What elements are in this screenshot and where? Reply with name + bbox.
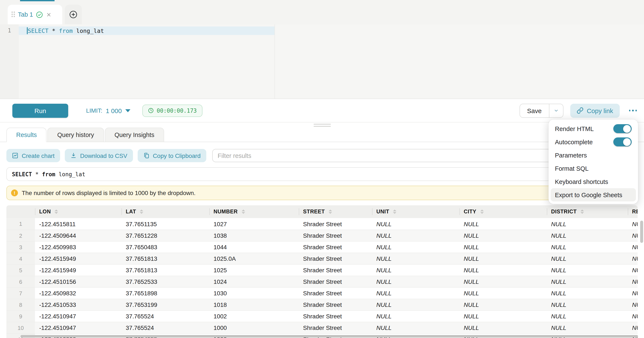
panel-resize-handle[interactable] bbox=[0, 122, 644, 128]
cell: 37.7653199 bbox=[122, 299, 209, 310]
cell: -122.4515811 bbox=[35, 218, 122, 230]
sort-arrows-icon[interactable] bbox=[480, 210, 484, 214]
cell: -122.4510156 bbox=[35, 276, 122, 287]
table-row[interactable]: 10-122.451094737.7655241000Shrader Stree… bbox=[6, 322, 638, 333]
code-token: long_lat bbox=[73, 27, 104, 34]
column-header-lon[interactable]: LON bbox=[35, 205, 122, 218]
cell: NULL bbox=[628, 299, 638, 310]
cell: 37.7651898 bbox=[122, 288, 209, 299]
cell: NULL bbox=[628, 230, 638, 241]
column-header-street[interactable]: STREET bbox=[299, 205, 372, 218]
cell: 1025.0A bbox=[209, 253, 299, 264]
cell: Shrader Street bbox=[299, 218, 372, 230]
sort-arrows-icon[interactable] bbox=[140, 210, 144, 214]
cell: NULL bbox=[460, 288, 547, 299]
cell: NULL bbox=[372, 276, 460, 287]
toggle-switch[interactable] bbox=[613, 137, 632, 146]
chart-icon bbox=[12, 152, 18, 159]
menu-item-parameters[interactable]: Parameters bbox=[551, 148, 636, 162]
download-csv-button[interactable]: Download to CSV bbox=[65, 149, 133, 162]
column-header-re[interactable]: RE bbox=[628, 205, 638, 218]
create-chart-button[interactable]: Create chart bbox=[6, 149, 60, 162]
copy-link-button[interactable]: Copy link bbox=[570, 103, 620, 118]
cell: 37.7652533 bbox=[122, 276, 209, 287]
table-row[interactable]: 4-122.451594937.76518131025.0AShrader St… bbox=[6, 253, 638, 264]
cell: NULL bbox=[460, 230, 547, 241]
sql-query-app: Tab 1 1 SELECT * from long_lat Run LI bbox=[0, 0, 644, 338]
table-row[interactable]: 1-122.451581137.76511351027Shrader Stree… bbox=[6, 218, 638, 230]
sort-arrows-icon[interactable] bbox=[328, 210, 332, 214]
tab-query-history[interactable]: Query history bbox=[48, 128, 104, 142]
query-token: * bbox=[32, 171, 42, 177]
cell: Shrader Street bbox=[299, 276, 372, 287]
limit-dropdown[interactable]: LIMIT: 1 000 bbox=[86, 107, 130, 114]
line-number: 1 bbox=[0, 27, 19, 35]
cell: 1025 bbox=[209, 265, 299, 276]
table-row[interactable]: 2-122.450964437.76512281038Shrader Stree… bbox=[6, 230, 638, 241]
sort-arrows-icon[interactable] bbox=[393, 210, 396, 214]
clock-icon bbox=[148, 108, 154, 113]
active-code-line[interactable]: SELECT * from long_lat bbox=[19, 27, 274, 35]
table-row[interactable]: 8-122.451053337.76531991018Shrader Stree… bbox=[6, 299, 638, 310]
row-number: 2 bbox=[6, 230, 35, 241]
column-divider bbox=[372, 208, 372, 215]
row-number: 9 bbox=[6, 311, 35, 322]
column-header-lat[interactable]: LAT bbox=[122, 205, 209, 218]
cell: NULL bbox=[547, 288, 628, 299]
cell: NULL bbox=[547, 322, 628, 333]
menu-item-autocomplete[interactable]: Autocomplete bbox=[551, 135, 636, 148]
cell: 37.765524 bbox=[122, 322, 209, 333]
vertical-scrollbar[interactable] bbox=[640, 221, 643, 243]
run-button[interactable]: Run bbox=[12, 103, 68, 118]
sort-arrows-icon[interactable] bbox=[242, 210, 245, 214]
table-row[interactable]: 7-122.450983237.76518981030Shrader Stree… bbox=[6, 287, 638, 299]
cell: NULL bbox=[372, 299, 460, 310]
cell: NULL bbox=[372, 288, 460, 299]
cell: 1024 bbox=[209, 276, 299, 287]
results-section: ResultsQuery historyQuery Insights Creat… bbox=[0, 122, 644, 338]
table-row[interactable]: 6-122.451015637.76525331024Shrader Stree… bbox=[6, 276, 638, 287]
sort-arrows-icon[interactable] bbox=[580, 210, 584, 214]
save-button[interactable]: Save bbox=[520, 104, 549, 117]
chevron-down-icon bbox=[125, 109, 130, 112]
results-toolbar: Create chart Download to CSV Copy to Cli… bbox=[6, 149, 638, 162]
menu-item-export-to-google-sheets[interactable]: Export to Google Sheets bbox=[551, 188, 636, 202]
cell: Shrader Street bbox=[299, 322, 372, 333]
tab-query-1[interactable]: Tab 1 bbox=[8, 5, 62, 24]
save-options-button[interactable] bbox=[550, 104, 563, 117]
tab-drag-handle-icon[interactable] bbox=[12, 12, 15, 18]
column-header-number[interactable]: NUMBER bbox=[209, 205, 299, 218]
column-header-district[interactable]: DISTRICT bbox=[547, 205, 628, 218]
new-tab-button[interactable] bbox=[65, 5, 82, 24]
menu-item-format-sql[interactable]: Format SQL bbox=[551, 162, 636, 175]
table-row[interactable]: 9-122.451094737.7655241002Shrader Street… bbox=[6, 310, 638, 322]
sort-arrows-icon[interactable] bbox=[55, 210, 58, 214]
sql-editor[interactable]: 1 SELECT * from long_lat bbox=[0, 24, 644, 99]
column-divider bbox=[299, 208, 299, 215]
toggle-knob bbox=[623, 125, 631, 132]
query-duration-badge: 00:00:00.173 bbox=[142, 104, 202, 117]
close-tab-icon[interactable] bbox=[46, 12, 52, 17]
results-table: LONLATNUMBERSTREETUNITCITYDISTRICTRE 1-1… bbox=[6, 205, 638, 338]
tab-query-insights[interactable]: Query Insights bbox=[105, 128, 164, 142]
table-row[interactable]: 3-122.450998337.76504831044Shrader Stree… bbox=[6, 241, 638, 253]
cell: -122.4510947 bbox=[35, 322, 122, 333]
column-header-unit[interactable]: UNIT bbox=[372, 205, 460, 218]
table-row[interactable]: 5-122.451594937.76518131025Shrader Stree… bbox=[6, 264, 638, 276]
more-options-button[interactable] bbox=[628, 107, 638, 114]
menu-item-label: Autocomplete bbox=[555, 138, 593, 145]
column-header-city[interactable]: CITY bbox=[460, 205, 547, 218]
cell: Shrader Street bbox=[299, 242, 372, 253]
cell: 1002 bbox=[209, 311, 299, 322]
copy-clipboard-button[interactable]: Copy to Clipboard bbox=[138, 149, 206, 162]
save-split-button: Save bbox=[519, 103, 563, 118]
horizontal-scrollbar[interactable] bbox=[20, 335, 638, 337]
editor-pane-divider bbox=[274, 24, 275, 99]
menu-item-keyboard-shortcuts[interactable]: Keyboard shortcuts bbox=[551, 175, 636, 188]
toggle-switch[interactable] bbox=[613, 124, 632, 133]
editor-gutter: 1 bbox=[0, 24, 19, 99]
menu-item-render-html[interactable]: Render HTML bbox=[551, 122, 636, 135]
tab-results[interactable]: Results bbox=[6, 128, 47, 142]
cell: NULL bbox=[460, 311, 547, 322]
column-label: LAT bbox=[126, 209, 136, 215]
